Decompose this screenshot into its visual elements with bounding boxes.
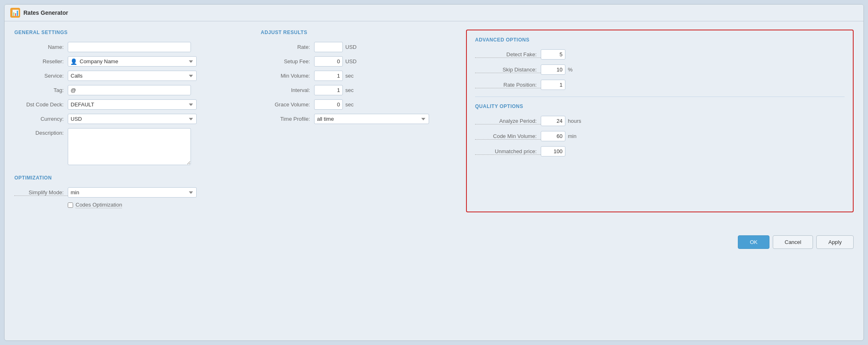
window-title: Rates Generator — [23, 9, 68, 16]
min-volume-label: Min Volume: — [261, 73, 314, 79]
advanced-options-title: ADVANCED OPTIONS — [475, 37, 845, 43]
detect-fake-group: Detect Fake: — [475, 49, 845, 60]
reseller-select[interactable]: Company Name — [68, 56, 197, 67]
description-label: Description: — [14, 128, 68, 136]
description-textarea[interactable] — [68, 128, 191, 165]
tag-input[interactable] — [68, 85, 191, 95]
name-label: Name: — [14, 44, 68, 50]
rate-input[interactable] — [314, 42, 343, 52]
main-content: GENERAL SETTINGS Name: Reseller: 👤 Compa… — [5, 21, 863, 221]
interval-unit: sec — [345, 87, 354, 93]
setup-fee-input[interactable] — [314, 56, 343, 67]
name-group: Name: — [14, 42, 253, 52]
general-settings-section: GENERAL SETTINGS Name: Reseller: 👤 Compa… — [14, 30, 253, 165]
reseller-wrapper: 👤 Company Name — [68, 56, 197, 67]
grace-volume-group: Grace Volume: sec — [261, 99, 458, 110]
tag-group: Tag: — [14, 85, 253, 95]
optimization-title: OPTIMIZATION — [14, 175, 253, 181]
service-label: Service: — [14, 73, 68, 79]
time-profile-label: Time Profile: — [261, 116, 314, 122]
simplify-mode-group: Simplify Mode: min max avg — [14, 187, 253, 198]
min-volume-unit: sec — [345, 73, 354, 79]
name-input[interactable] — [68, 42, 191, 52]
detect-fake-label: Detect Fake: — [475, 51, 541, 58]
skip-distance-label: Skip Distance: — [475, 67, 541, 73]
analyze-period-group: Analyze Period: hours — [475, 116, 845, 126]
codes-optimization-label[interactable]: Codes Optimization — [76, 202, 122, 208]
unmatched-price-label: Unmatched price: — [475, 148, 541, 155]
setup-fee-label: Setup Fee: — [261, 58, 314, 64]
skip-distance-unit: % — [568, 67, 573, 73]
rate-label: Rate: — [261, 44, 314, 50]
currency-label: Currency: — [14, 116, 68, 122]
codes-optimization-checkbox[interactable] — [68, 202, 73, 208]
reseller-group: Reseller: 👤 Company Name — [14, 56, 253, 67]
rates-generator-window: 📊 Rates Generator GENERAL SETTINGS Name:… — [4, 4, 864, 341]
unmatched-price-group: Unmatched price: — [475, 146, 845, 156]
rate-unit: USD — [345, 44, 356, 50]
currency-select[interactable]: USD EUR GBP — [68, 114, 197, 124]
advanced-options-section: ADVANCED OPTIONS Detect Fake: Skip Dista… — [475, 37, 845, 90]
tag-label: Tag: — [14, 87, 68, 93]
right-panel: ADVANCED OPTIONS Detect Fake: Skip Dista… — [466, 30, 854, 212]
middle-panel: ADJUST RESULTS Rate: USD Setup Fee: USD … — [261, 30, 458, 212]
description-group: Description: — [14, 128, 253, 165]
quality-options-title: QUALITY OPTIONS — [475, 104, 845, 109]
analyze-period-unit: hours — [568, 118, 581, 124]
quality-divider — [475, 97, 845, 97]
dst-code-deck-select[interactable]: DEFAULT — [68, 99, 197, 110]
optimization-section: OPTIMIZATION Simplify Mode: min max avg — [14, 175, 253, 208]
time-profile-group: Time Profile: all time — [261, 114, 458, 124]
time-profile-select[interactable]: all time — [314, 114, 429, 124]
codes-optimization-group: Codes Optimization — [14, 202, 253, 208]
code-min-volume-group: Code Min Volume: min — [475, 131, 845, 141]
general-settings-title: GENERAL SETTINGS — [14, 30, 253, 35]
window-icon: 📊 — [10, 8, 20, 18]
skip-distance-input[interactable] — [541, 64, 565, 75]
code-min-volume-input[interactable] — [541, 131, 565, 141]
interval-input[interactable] — [314, 85, 343, 95]
rate-position-input[interactable] — [541, 80, 565, 90]
apply-button[interactable]: Apply — [816, 235, 854, 249]
simplify-mode-select[interactable]: min max avg — [68, 187, 197, 198]
grace-volume-unit: sec — [345, 101, 354, 108]
grace-volume-input[interactable] — [314, 99, 343, 110]
title-bar: 📊 Rates Generator — [5, 5, 863, 21]
left-panel: GENERAL SETTINGS Name: Reseller: 👤 Compa… — [14, 30, 253, 212]
detect-fake-input[interactable] — [541, 49, 565, 60]
grace-volume-label: Grace Volume: — [261, 101, 314, 108]
dst-code-deck-group: Dst Code Deck: DEFAULT — [14, 99, 253, 110]
setup-fee-unit: USD — [345, 58, 356, 64]
service-group: Service: Calls SMS Data — [14, 71, 253, 81]
simplify-mode-label: Simplify Mode: — [14, 189, 68, 196]
rate-group: Rate: USD — [261, 42, 458, 52]
interval-label: Interval: — [261, 87, 314, 93]
footer: OK Cancel Apply — [5, 229, 863, 255]
analyze-period-input[interactable] — [541, 116, 565, 126]
ok-button[interactable]: OK — [738, 235, 769, 249]
service-select[interactable]: Calls SMS Data — [68, 71, 197, 81]
skip-distance-group: Skip Distance: % — [475, 64, 845, 75]
adjust-results-title: ADJUST RESULTS — [261, 30, 458, 35]
code-min-volume-label: Code Min Volume: — [475, 133, 541, 140]
rate-position-group: Rate Position: — [475, 80, 845, 90]
currency-group: Currency: USD EUR GBP — [14, 114, 253, 124]
dst-code-deck-label: Dst Code Deck: — [14, 101, 68, 108]
min-volume-input[interactable] — [314, 71, 343, 81]
cancel-button[interactable]: Cancel — [773, 235, 813, 249]
codes-optimization-wrapper: Codes Optimization — [68, 202, 122, 208]
analyze-period-label: Analyze Period: — [475, 118, 541, 124]
unmatched-price-input[interactable] — [541, 146, 565, 156]
interval-group: Interval: sec — [261, 85, 458, 95]
code-min-volume-unit: min — [568, 133, 576, 139]
setup-fee-group: Setup Fee: USD — [261, 56, 458, 67]
min-volume-group: Min Volume: sec — [261, 71, 458, 81]
reseller-label: Reseller: — [14, 58, 68, 64]
quality-options-section: QUALITY OPTIONS Analyze Period: hours Co… — [475, 104, 845, 156]
rate-position-label: Rate Position: — [475, 82, 541, 88]
